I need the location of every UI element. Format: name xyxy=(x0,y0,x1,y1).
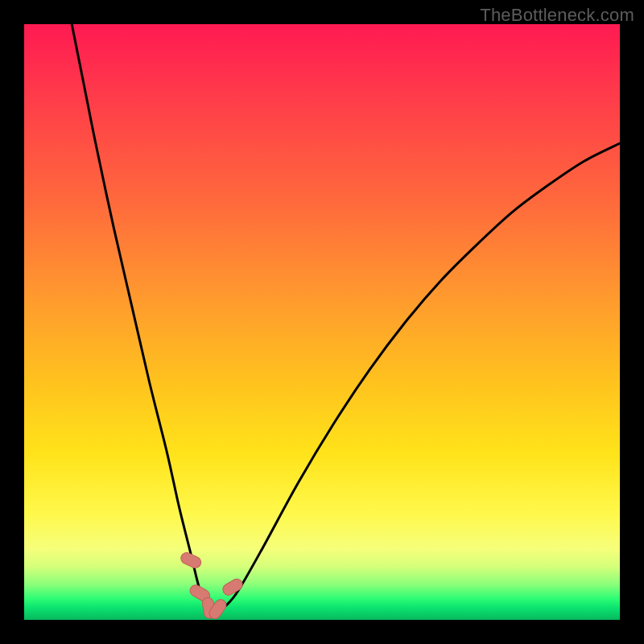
chart-frame: TheBottleneck.com xyxy=(0,0,644,644)
trough-markers xyxy=(179,551,244,621)
plot-area xyxy=(24,24,620,620)
trough-marker xyxy=(221,577,245,597)
watermark-text: TheBottleneck.com xyxy=(480,5,634,26)
bottleneck-curve xyxy=(72,24,620,611)
curve-layer xyxy=(24,24,620,620)
